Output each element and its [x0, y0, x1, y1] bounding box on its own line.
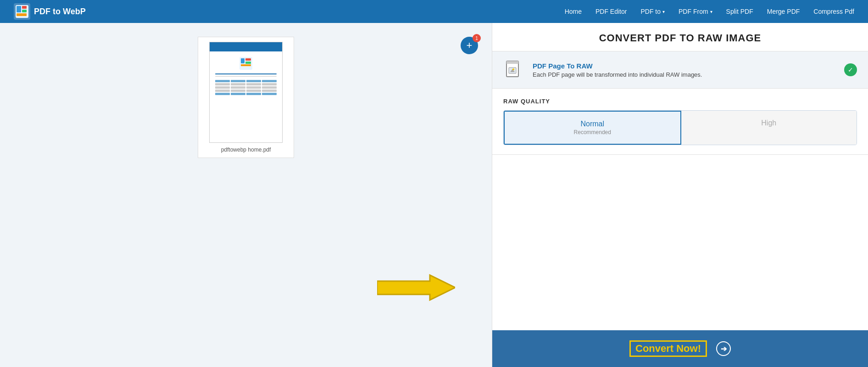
main-nav: Home PDF Editor PDF to ▾ PDF From ▾ Spli…: [565, 8, 854, 15]
add-file-button[interactable]: 1 +: [461, 37, 478, 54]
quality-option-high[interactable]: High: [681, 111, 857, 145]
pdf-page-icon: [503, 59, 525, 81]
right-panel: CONVERT PDF TO RAW IMAGE PDF Page To RAW…: [492, 23, 868, 367]
page-title: CONVERT PDF TO RAW IMAGE: [506, 32, 854, 44]
upload-area: pdftowebp home.pdf: [198, 37, 294, 158]
pdf-to-dropdown-arrow: ▾: [662, 9, 665, 14]
svg-point-17: [512, 68, 514, 70]
pdf-thumb-body: [210, 51, 282, 142]
pdf-page-check-icon: ✓: [844, 63, 857, 76]
quality-normal-label: Normal: [509, 120, 676, 128]
add-file-button-wrapper: 1 +: [466, 31, 484, 49]
right-panel-spacer: [492, 155, 868, 330]
svg-rect-2: [17, 6, 21, 12]
nav-pdf-to[interactable]: PDF to ▾: [640, 8, 665, 15]
pdf-from-dropdown-arrow: ▾: [710, 9, 712, 14]
site-logo[interactable]: PDF to WebP: [14, 3, 86, 20]
nav-home[interactable]: Home: [565, 8, 582, 15]
quality-label: RAW QUALITY: [503, 98, 857, 105]
convert-btn-circle-icon: ➔: [716, 341, 731, 356]
svg-rect-7: [241, 58, 245, 63]
quality-options: Normal Recommended High: [503, 110, 857, 145]
nav-pdf-editor[interactable]: PDF Editor: [595, 8, 627, 15]
convert-btn-section: Convert Now! ➔: [492, 330, 868, 367]
convert-now-button[interactable]: Convert Now! ➔: [492, 330, 868, 367]
quality-normal-sublabel: Recommended: [509, 129, 676, 136]
svg-rect-8: [245, 58, 251, 61]
quality-high-label: High: [686, 119, 852, 127]
svg-rect-10: [241, 64, 251, 66]
nav-merge-pdf[interactable]: Merge PDF: [767, 8, 800, 15]
quality-option-normal[interactable]: Normal Recommended: [504, 111, 681, 145]
pdf-thumbnail: [209, 42, 283, 143]
main-content: pdftowebp home.pdf 1 + CONVERT PDF TO RA…: [0, 23, 868, 367]
pdf-page-title: PDF Page To RAW: [533, 62, 837, 70]
nav-compress-pdf[interactable]: Compress Pdf: [813, 8, 854, 15]
nav-split-pdf[interactable]: Split PDF: [726, 8, 753, 15]
right-panel-header: CONVERT PDF TO RAW IMAGE: [492, 23, 868, 51]
pdf-page-section: PDF Page To RAW Each PDF page will be tr…: [492, 51, 868, 89]
add-plus-icon: +: [467, 40, 473, 51]
pdf-page-info: PDF Page To RAW Each PDF page will be tr…: [533, 62, 837, 78]
file-count-badge: 1: [473, 34, 481, 42]
pdf-page-desc: Each PDF page will be transformed into i…: [533, 71, 837, 78]
pdf-filename: pdftowebp home.pdf: [221, 147, 271, 153]
arrow-container: [377, 273, 455, 303]
quality-section: RAW QUALITY Normal Recommended High: [492, 89, 868, 155]
header: PDF to WebP Home PDF Editor PDF to ▾ PDF…: [0, 0, 868, 23]
svg-marker-11: [377, 275, 455, 300]
svg-rect-3: [22, 6, 27, 9]
svg-rect-5: [17, 13, 27, 16]
pdf-thumb-header: [210, 42, 282, 51]
nav-pdf-from[interactable]: PDF From ▾: [679, 8, 712, 15]
svg-rect-4: [22, 10, 27, 12]
logo-text: PDF to WebP: [34, 7, 86, 17]
left-panel: pdftowebp home.pdf 1 +: [0, 23, 492, 367]
svg-rect-14: [506, 61, 518, 64]
convert-btn-text: Convert Now!: [629, 340, 707, 357]
yellow-arrow-icon: [377, 273, 455, 303]
svg-rect-9: [245, 62, 251, 64]
